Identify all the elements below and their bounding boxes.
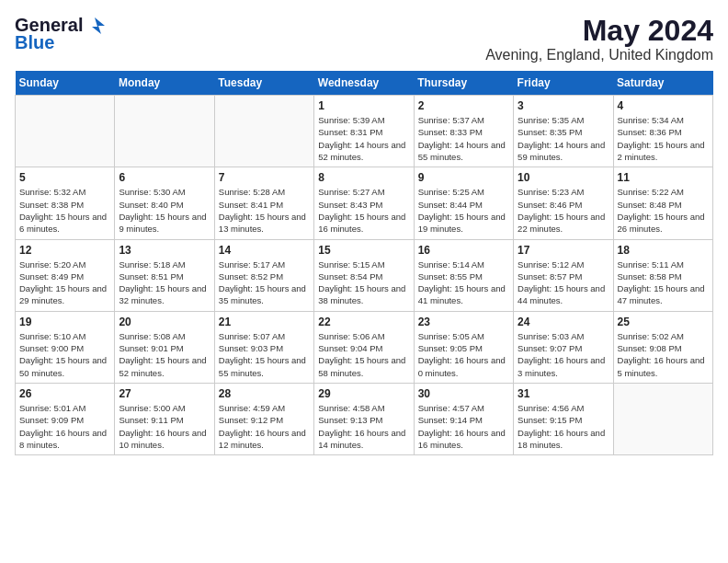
day-number: 11 bbox=[618, 171, 709, 184]
day-info: Sunrise: 5:03 AM Sunset: 9:07 PM Dayligh… bbox=[518, 330, 609, 379]
day-number: 16 bbox=[418, 244, 509, 257]
calendar-day-cell: 10Sunrise: 5:23 AM Sunset: 8:46 PM Dayli… bbox=[514, 167, 613, 239]
day-info: Sunrise: 5:30 AM Sunset: 8:40 PM Dayligh… bbox=[119, 186, 210, 235]
day-number: 4 bbox=[618, 99, 709, 112]
calendar-day-cell bbox=[16, 96, 115, 167]
calendar-day-cell bbox=[214, 96, 313, 167]
calendar-day-cell: 17Sunrise: 5:12 AM Sunset: 8:57 PM Dayli… bbox=[514, 239, 613, 311]
day-number: 26 bbox=[19, 387, 110, 400]
calendar-day-cell: 19Sunrise: 5:10 AM Sunset: 9:00 PM Dayli… bbox=[16, 311, 115, 383]
calendar-day-cell bbox=[115, 96, 214, 167]
day-info: Sunrise: 5:15 AM Sunset: 8:54 PM Dayligh… bbox=[318, 259, 409, 307]
day-of-week-header: Thursday bbox=[414, 71, 513, 96]
month-year-title: May 2024 bbox=[485, 15, 713, 47]
day-number: 15 bbox=[318, 244, 409, 257]
day-of-week-header: Monday bbox=[115, 71, 214, 96]
day-info: Sunrise: 5:06 AM Sunset: 9:04 PM Dayligh… bbox=[318, 330, 409, 379]
day-info: Sunrise: 5:12 AM Sunset: 8:57 PM Dayligh… bbox=[518, 259, 609, 307]
calendar-day-cell: 20Sunrise: 5:08 AM Sunset: 9:01 PM Dayli… bbox=[115, 311, 214, 383]
calendar-day-cell: 29Sunrise: 4:58 AM Sunset: 9:13 PM Dayli… bbox=[314, 383, 414, 454]
day-info: Sunrise: 5:20 AM Sunset: 8:49 PM Dayligh… bbox=[19, 259, 110, 307]
day-info: Sunrise: 5:32 AM Sunset: 8:38 PM Dayligh… bbox=[19, 186, 110, 235]
day-number: 14 bbox=[219, 244, 310, 257]
calendar-day-cell: 6Sunrise: 5:30 AM Sunset: 8:40 PM Daylig… bbox=[115, 167, 214, 239]
day-info: Sunrise: 5:37 AM Sunset: 8:33 PM Dayligh… bbox=[418, 114, 509, 163]
day-number: 1 bbox=[318, 99, 409, 112]
calendar-day-cell: 16Sunrise: 5:14 AM Sunset: 8:55 PM Dayli… bbox=[414, 239, 513, 311]
day-of-week-header: Friday bbox=[514, 71, 613, 96]
day-of-week-header: Sunday bbox=[16, 71, 115, 96]
calendar-day-cell: 15Sunrise: 5:15 AM Sunset: 8:54 PM Dayli… bbox=[314, 239, 414, 311]
day-info: Sunrise: 5:01 AM Sunset: 9:09 PM Dayligh… bbox=[19, 402, 110, 451]
calendar-day-cell: 18Sunrise: 5:11 AM Sunset: 8:58 PM Dayli… bbox=[613, 239, 712, 311]
day-info: Sunrise: 5:35 AM Sunset: 8:35 PM Dayligh… bbox=[518, 114, 609, 163]
day-number: 8 bbox=[318, 171, 409, 184]
day-info: Sunrise: 5:25 AM Sunset: 8:44 PM Dayligh… bbox=[418, 186, 509, 235]
calendar-day-cell: 30Sunrise: 4:57 AM Sunset: 9:14 PM Dayli… bbox=[414, 383, 513, 454]
calendar-week-row: 26Sunrise: 5:01 AM Sunset: 9:09 PM Dayli… bbox=[16, 383, 713, 454]
day-info: Sunrise: 5:18 AM Sunset: 8:51 PM Dayligh… bbox=[119, 259, 210, 307]
day-info: Sunrise: 5:11 AM Sunset: 8:58 PM Dayligh… bbox=[618, 259, 709, 307]
day-number: 28 bbox=[219, 387, 310, 400]
day-number: 20 bbox=[119, 316, 210, 328]
day-info: Sunrise: 5:10 AM Sunset: 9:00 PM Dayligh… bbox=[19, 330, 110, 379]
day-number: 7 bbox=[219, 171, 310, 184]
day-info: Sunrise: 5:17 AM Sunset: 8:52 PM Dayligh… bbox=[219, 259, 310, 307]
calendar-day-cell: 31Sunrise: 4:56 AM Sunset: 9:15 PM Dayli… bbox=[514, 383, 613, 454]
calendar-day-cell: 3Sunrise: 5:35 AM Sunset: 8:35 PM Daylig… bbox=[514, 96, 613, 167]
day-number: 2 bbox=[418, 99, 509, 112]
day-number: 24 bbox=[518, 316, 609, 328]
day-of-week-header: Wednesday bbox=[314, 71, 414, 96]
calendar-day-cell: 23Sunrise: 5:05 AM Sunset: 9:05 PM Dayli… bbox=[414, 311, 513, 383]
day-info: Sunrise: 5:27 AM Sunset: 8:43 PM Dayligh… bbox=[318, 186, 409, 235]
logo-blue-text: Blue bbox=[15, 32, 54, 53]
day-number: 30 bbox=[418, 387, 509, 400]
day-number: 5 bbox=[19, 171, 110, 184]
calendar-day-cell: 5Sunrise: 5:32 AM Sunset: 8:38 PM Daylig… bbox=[16, 167, 115, 239]
day-number: 29 bbox=[318, 387, 409, 400]
calendar-day-cell: 14Sunrise: 5:17 AM Sunset: 8:52 PM Dayli… bbox=[214, 239, 313, 311]
day-info: Sunrise: 5:02 AM Sunset: 9:08 PM Dayligh… bbox=[618, 330, 709, 379]
calendar-day-cell: 24Sunrise: 5:03 AM Sunset: 9:07 PM Dayli… bbox=[514, 311, 613, 383]
day-info: Sunrise: 5:39 AM Sunset: 8:31 PM Dayligh… bbox=[318, 114, 409, 163]
day-number: 25 bbox=[618, 316, 709, 328]
calendar-week-row: 19Sunrise: 5:10 AM Sunset: 9:00 PM Dayli… bbox=[16, 311, 713, 383]
day-number: 10 bbox=[518, 171, 609, 184]
calendar-week-row: 5Sunrise: 5:32 AM Sunset: 8:38 PM Daylig… bbox=[16, 167, 713, 239]
calendar-day-cell: 21Sunrise: 5:07 AM Sunset: 9:03 PM Dayli… bbox=[214, 311, 313, 383]
calendar-day-cell bbox=[613, 383, 712, 454]
calendar-day-cell: 8Sunrise: 5:27 AM Sunset: 8:43 PM Daylig… bbox=[314, 167, 414, 239]
calendar-day-cell: 28Sunrise: 4:59 AM Sunset: 9:12 PM Dayli… bbox=[214, 383, 313, 454]
location-subtitle: Avening, England, United Kingdom bbox=[485, 47, 713, 63]
svg-marker-0 bbox=[92, 17, 105, 34]
day-info: Sunrise: 5:22 AM Sunset: 8:48 PM Dayligh… bbox=[618, 186, 709, 235]
calendar-day-cell: 13Sunrise: 5:18 AM Sunset: 8:51 PM Dayli… bbox=[115, 239, 214, 311]
day-of-week-header: Saturday bbox=[613, 71, 712, 96]
calendar-week-row: 12Sunrise: 5:20 AM Sunset: 8:49 PM Dayli… bbox=[16, 239, 713, 311]
calendar-day-cell: 12Sunrise: 5:20 AM Sunset: 8:49 PM Dayli… bbox=[16, 239, 115, 311]
day-number: 13 bbox=[119, 244, 210, 257]
days-header-row: SundayMondayTuesdayWednesdayThursdayFrid… bbox=[16, 71, 713, 96]
day-info: Sunrise: 4:58 AM Sunset: 9:13 PM Dayligh… bbox=[318, 402, 409, 451]
calendar-day-cell: 11Sunrise: 5:22 AM Sunset: 8:48 PM Dayli… bbox=[613, 167, 712, 239]
day-info: Sunrise: 5:23 AM Sunset: 8:46 PM Dayligh… bbox=[518, 186, 609, 235]
day-info: Sunrise: 4:56 AM Sunset: 9:15 PM Dayligh… bbox=[518, 402, 609, 451]
calendar-day-cell: 4Sunrise: 5:34 AM Sunset: 8:36 PM Daylig… bbox=[613, 96, 712, 167]
day-number: 12 bbox=[19, 244, 110, 257]
calendar-day-cell: 1Sunrise: 5:39 AM Sunset: 8:31 PM Daylig… bbox=[314, 96, 414, 167]
day-info: Sunrise: 4:57 AM Sunset: 9:14 PM Dayligh… bbox=[418, 402, 509, 451]
page-header: General Blue May 2024 Avening, England, … bbox=[15, 15, 713, 63]
day-number: 31 bbox=[518, 387, 609, 400]
day-number: 6 bbox=[119, 171, 210, 184]
day-number: 23 bbox=[418, 316, 509, 328]
day-info: Sunrise: 5:28 AM Sunset: 8:41 PM Dayligh… bbox=[219, 186, 310, 235]
title-block: May 2024 Avening, England, United Kingdo… bbox=[485, 15, 713, 63]
day-info: Sunrise: 5:07 AM Sunset: 9:03 PM Dayligh… bbox=[219, 330, 310, 379]
calendar-day-cell: 22Sunrise: 5:06 AM Sunset: 9:04 PM Dayli… bbox=[314, 311, 414, 383]
calendar-day-cell: 26Sunrise: 5:01 AM Sunset: 9:09 PM Dayli… bbox=[16, 383, 115, 454]
day-number: 22 bbox=[318, 316, 409, 328]
day-info: Sunrise: 4:59 AM Sunset: 9:12 PM Dayligh… bbox=[219, 402, 310, 451]
logo-bird-icon bbox=[85, 16, 105, 36]
calendar-day-cell: 7Sunrise: 5:28 AM Sunset: 8:41 PM Daylig… bbox=[214, 167, 313, 239]
calendar-table: SundayMondayTuesdayWednesdayThursdayFrid… bbox=[15, 71, 713, 455]
